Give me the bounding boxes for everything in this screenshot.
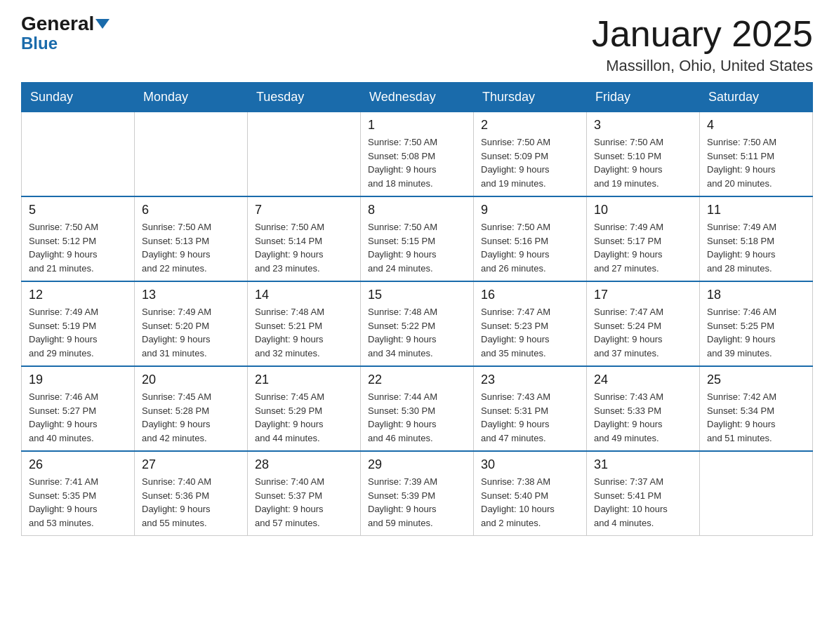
day-number: 2 [481, 118, 579, 133]
day-number: 13 [142, 288, 240, 302]
logo-blue: Blue [21, 35, 58, 52]
calendar-empty-cell [135, 112, 248, 197]
day-number: 6 [142, 203, 240, 217]
calendar-week-row: 12Sunrise: 7:49 AM Sunset: 5:19 PM Dayli… [22, 281, 813, 366]
calendar-day-30: 30Sunrise: 7:38 AM Sunset: 5:40 PM Dayli… [474, 451, 587, 536]
day-number: 23 [481, 373, 579, 387]
month-title: January 2025 [592, 14, 813, 54]
day-number: 29 [368, 457, 466, 472]
calendar-header-thursday: Thursday [474, 83, 587, 112]
day-number: 15 [368, 288, 466, 302]
calendar-day-6: 6Sunrise: 7:50 AM Sunset: 5:13 PM Daylig… [135, 196, 248, 281]
page-header: General Blue January 2025 Massillon, Ohi… [21, 14, 813, 75]
calendar-week-row: 26Sunrise: 7:41 AM Sunset: 5:35 PM Dayli… [22, 451, 813, 536]
day-number: 21 [255, 373, 353, 387]
calendar-day-20: 20Sunrise: 7:45 AM Sunset: 5:28 PM Dayli… [135, 366, 248, 451]
day-number: 20 [142, 373, 240, 387]
calendar-header-sunday: Sunday [22, 83, 135, 112]
calendar-day-29: 29Sunrise: 7:39 AM Sunset: 5:39 PM Dayli… [361, 451, 474, 536]
day-info: Sunrise: 7:38 AM Sunset: 5:40 PM Dayligh… [481, 475, 579, 530]
day-info: Sunrise: 7:42 AM Sunset: 5:34 PM Dayligh… [707, 390, 805, 445]
day-number: 16 [481, 288, 579, 302]
logo-general: General [21, 14, 110, 34]
day-number: 26 [29, 457, 127, 472]
day-info: Sunrise: 7:50 AM Sunset: 5:14 PM Dayligh… [255, 220, 353, 275]
calendar-day-12: 12Sunrise: 7:49 AM Sunset: 5:19 PM Dayli… [22, 281, 135, 366]
day-info: Sunrise: 7:49 AM Sunset: 5:17 PM Dayligh… [594, 220, 692, 275]
day-info: Sunrise: 7:50 AM Sunset: 5:10 PM Dayligh… [594, 135, 692, 190]
calendar-header-saturday: Saturday [700, 83, 813, 112]
day-number: 24 [594, 373, 692, 387]
day-info: Sunrise: 7:43 AM Sunset: 5:31 PM Dayligh… [481, 390, 579, 445]
day-info: Sunrise: 7:37 AM Sunset: 5:41 PM Dayligh… [594, 475, 692, 530]
day-info: Sunrise: 7:39 AM Sunset: 5:39 PM Dayligh… [368, 475, 466, 530]
day-number: 30 [481, 457, 579, 472]
calendar-day-24: 24Sunrise: 7:43 AM Sunset: 5:33 PM Dayli… [587, 366, 700, 451]
day-info: Sunrise: 7:50 AM Sunset: 5:08 PM Dayligh… [368, 135, 466, 190]
calendar-day-22: 22Sunrise: 7:44 AM Sunset: 5:30 PM Dayli… [361, 366, 474, 451]
day-info: Sunrise: 7:48 AM Sunset: 5:22 PM Dayligh… [368, 305, 466, 360]
day-number: 8 [368, 203, 466, 217]
day-number: 1 [368, 118, 466, 133]
day-number: 27 [142, 457, 240, 472]
day-info: Sunrise: 7:49 AM Sunset: 5:20 PM Dayligh… [142, 305, 240, 360]
day-info: Sunrise: 7:50 AM Sunset: 5:13 PM Dayligh… [142, 220, 240, 275]
day-number: 9 [481, 203, 579, 217]
calendar-day-19: 19Sunrise: 7:46 AM Sunset: 5:27 PM Dayli… [22, 366, 135, 451]
day-info: Sunrise: 7:49 AM Sunset: 5:18 PM Dayligh… [707, 220, 805, 275]
calendar-table: SundayMondayTuesdayWednesdayThursdayFrid… [21, 82, 813, 536]
day-info: Sunrise: 7:50 AM Sunset: 5:16 PM Dayligh… [481, 220, 579, 275]
calendar-week-row: 19Sunrise: 7:46 AM Sunset: 5:27 PM Dayli… [22, 366, 813, 451]
calendar-day-26: 26Sunrise: 7:41 AM Sunset: 5:35 PM Dayli… [22, 451, 135, 536]
calendar-empty-cell [700, 451, 813, 536]
day-number: 25 [707, 373, 805, 387]
day-info: Sunrise: 7:50 AM Sunset: 5:11 PM Dayligh… [707, 135, 805, 190]
day-info: Sunrise: 7:44 AM Sunset: 5:30 PM Dayligh… [368, 390, 466, 445]
calendar-day-28: 28Sunrise: 7:40 AM Sunset: 5:37 PM Dayli… [248, 451, 361, 536]
calendar-empty-cell [22, 112, 135, 197]
day-info: Sunrise: 7:48 AM Sunset: 5:21 PM Dayligh… [255, 305, 353, 360]
calendar-day-11: 11Sunrise: 7:49 AM Sunset: 5:18 PM Dayli… [700, 196, 813, 281]
day-number: 4 [707, 118, 805, 133]
calendar-empty-cell [248, 112, 361, 197]
calendar-header-friday: Friday [587, 83, 700, 112]
calendar-day-8: 8Sunrise: 7:50 AM Sunset: 5:15 PM Daylig… [361, 196, 474, 281]
calendar-day-27: 27Sunrise: 7:40 AM Sunset: 5:36 PM Dayli… [135, 451, 248, 536]
logo-arrow-icon [95, 19, 110, 29]
calendar-day-14: 14Sunrise: 7:48 AM Sunset: 5:21 PM Dayli… [248, 281, 361, 366]
calendar-day-3: 3Sunrise: 7:50 AM Sunset: 5:10 PM Daylig… [587, 112, 700, 197]
day-number: 31 [594, 457, 692, 472]
day-info: Sunrise: 7:50 AM Sunset: 5:12 PM Dayligh… [29, 220, 127, 275]
day-info: Sunrise: 7:45 AM Sunset: 5:28 PM Dayligh… [142, 390, 240, 445]
day-number: 7 [255, 203, 353, 217]
day-info: Sunrise: 7:49 AM Sunset: 5:19 PM Dayligh… [29, 305, 127, 360]
day-info: Sunrise: 7:46 AM Sunset: 5:27 PM Dayligh… [29, 390, 127, 445]
day-info: Sunrise: 7:50 AM Sunset: 5:15 PM Dayligh… [368, 220, 466, 275]
calendar-header-monday: Monday [135, 83, 248, 112]
day-number: 19 [29, 373, 127, 387]
day-info: Sunrise: 7:47 AM Sunset: 5:23 PM Dayligh… [481, 305, 579, 360]
day-number: 17 [594, 288, 692, 302]
calendar-day-2: 2Sunrise: 7:50 AM Sunset: 5:09 PM Daylig… [474, 112, 587, 197]
day-info: Sunrise: 7:46 AM Sunset: 5:25 PM Dayligh… [707, 305, 805, 360]
calendar-header-wednesday: Wednesday [361, 83, 474, 112]
calendar-day-23: 23Sunrise: 7:43 AM Sunset: 5:31 PM Dayli… [474, 366, 587, 451]
calendar-header-tuesday: Tuesday [248, 83, 361, 112]
calendar-day-9: 9Sunrise: 7:50 AM Sunset: 5:16 PM Daylig… [474, 196, 587, 281]
calendar-day-18: 18Sunrise: 7:46 AM Sunset: 5:25 PM Dayli… [700, 281, 813, 366]
logo: General Blue [21, 14, 110, 52]
day-number: 12 [29, 288, 127, 302]
calendar-day-13: 13Sunrise: 7:49 AM Sunset: 5:20 PM Dayli… [135, 281, 248, 366]
day-number: 10 [594, 203, 692, 217]
day-info: Sunrise: 7:47 AM Sunset: 5:24 PM Dayligh… [594, 305, 692, 360]
calendar-day-1: 1Sunrise: 7:50 AM Sunset: 5:08 PM Daylig… [361, 112, 474, 197]
calendar-day-15: 15Sunrise: 7:48 AM Sunset: 5:22 PM Dayli… [361, 281, 474, 366]
calendar-day-25: 25Sunrise: 7:42 AM Sunset: 5:34 PM Dayli… [700, 366, 813, 451]
calendar-day-21: 21Sunrise: 7:45 AM Sunset: 5:29 PM Dayli… [248, 366, 361, 451]
calendar-day-7: 7Sunrise: 7:50 AM Sunset: 5:14 PM Daylig… [248, 196, 361, 281]
day-number: 11 [707, 203, 805, 217]
calendar-week-row: 5Sunrise: 7:50 AM Sunset: 5:12 PM Daylig… [22, 196, 813, 281]
calendar-day-31: 31Sunrise: 7:37 AM Sunset: 5:41 PM Dayli… [587, 451, 700, 536]
calendar-day-10: 10Sunrise: 7:49 AM Sunset: 5:17 PM Dayli… [587, 196, 700, 281]
day-info: Sunrise: 7:41 AM Sunset: 5:35 PM Dayligh… [29, 475, 127, 530]
